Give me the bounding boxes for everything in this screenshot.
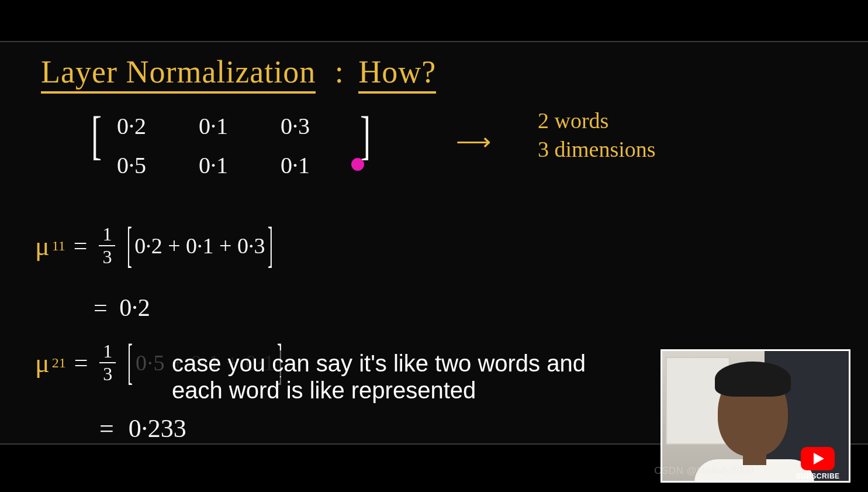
annotation-dimensions: 2 words 3 dimensions xyxy=(538,106,656,164)
fraction-numerator: 1 xyxy=(99,340,116,363)
subscribe-overlay[interactable]: SUBSCRIBE xyxy=(792,447,843,480)
equals-sign: = xyxy=(74,349,88,377)
slide-title: Layer Normalization : How? xyxy=(41,54,441,94)
matrix-right-bracket: ] xyxy=(360,109,371,162)
result-value: 0·233 xyxy=(129,414,186,443)
subscribe-label[interactable]: SUBSCRIBE xyxy=(792,472,843,480)
presenter-hair xyxy=(715,362,791,397)
fraction-numerator: 1 xyxy=(99,223,115,246)
pointer-cursor-icon xyxy=(351,158,364,171)
input-matrix: [ 0·2 0·1 0·3 0·5 0·1 0·1 ] xyxy=(99,112,310,191)
matrix-cell: 0·1 xyxy=(199,152,228,179)
fraction: 1 3 xyxy=(99,223,115,268)
equals-sign: = xyxy=(74,232,88,260)
bracket-expression: [0·2 + 0·1 + 0·3] xyxy=(125,233,275,259)
equals-sign: = xyxy=(99,414,114,443)
matrix-cell: 0·3 xyxy=(281,112,310,140)
matrix-cell: 0·1 xyxy=(281,152,310,179)
result-value: 0·2 xyxy=(119,294,150,321)
mu-subscript: 11 xyxy=(52,238,65,254)
annotation-line: 2 words xyxy=(538,106,656,135)
fraction-denominator: 3 xyxy=(103,363,112,385)
matrix-row-2: 0·5 0·1 0·1 xyxy=(117,152,310,179)
arrow-icon: ⟶ xyxy=(456,127,491,156)
matrix-cell: 0·5 xyxy=(117,152,146,179)
mu-symbol: μ xyxy=(35,348,50,379)
mu-subscript: 21 xyxy=(52,355,66,371)
caption-line: each word is like represented xyxy=(170,377,478,403)
watermark-text: CSDN @Melody2050 xyxy=(654,465,754,477)
title-part-1: Layer Normalization xyxy=(41,54,316,94)
equals-sign: = xyxy=(94,294,108,321)
equation-mu11-result: = 0·2 xyxy=(94,294,150,322)
equation-mu11: μ11 = 1 3 [0·2 + 0·1 + 0·3] xyxy=(35,223,275,268)
title-colon: : xyxy=(329,54,350,90)
title-part-2: How? xyxy=(358,54,436,94)
video-caption: case you can say it's like two words and… xyxy=(170,350,588,404)
matrix-cell: 0·2 xyxy=(117,112,146,140)
caption-line: case you can say it's like two words and xyxy=(170,350,588,376)
matrix-left-bracket: [ xyxy=(91,109,102,162)
expression-text: 0·2 + 0·1 + 0·3 xyxy=(134,233,265,258)
annotation-line: 3 dimensions xyxy=(538,135,656,164)
fraction: 1 3 xyxy=(99,340,116,385)
mu-symbol: μ xyxy=(35,230,50,262)
fraction-denominator: 3 xyxy=(102,246,112,268)
youtube-play-icon[interactable] xyxy=(801,447,835,470)
matrix-row-1: 0·2 0·1 0·3 xyxy=(117,112,310,140)
matrix-cell: 0·1 xyxy=(199,112,228,140)
equation-mu21-result: = 0·233 xyxy=(99,414,186,443)
